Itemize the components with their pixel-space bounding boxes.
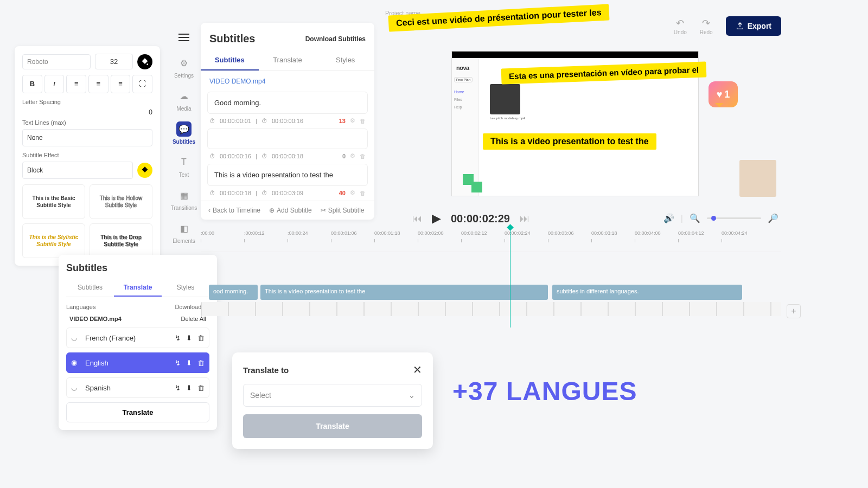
subtab-translate[interactable]: Translate <box>259 50 317 70</box>
paint-bucket-icon[interactable] <box>137 54 152 69</box>
delete-icon[interactable]: 🗑 <box>197 359 205 367</box>
timecode: 00:00:02:29 <box>451 213 510 225</box>
download-icon[interactable]: ⬇ <box>186 384 192 392</box>
timeline[interactable]: :00:00:00:00:12:00:00:2400:00:01:0600:00… <box>201 230 781 323</box>
zoom-in-icon[interactable]: 🔎 <box>768 213 778 223</box>
start-time[interactable]: 00:00:00:01 <box>220 118 251 124</box>
letter-spacing-value: 0 <box>149 108 152 116</box>
download-subtitles-link[interactable]: Download Subtitles <box>305 35 366 43</box>
char-count: 0 <box>342 153 346 159</box>
font-size-input[interactable]: 32 <box>95 54 133 69</box>
subtitle-clip[interactable]: This is a video presentation to test the <box>260 285 548 300</box>
gear-icon[interactable]: ⚙ <box>350 152 355 159</box>
subtitle-overlay-fr: Ceci est une vidéo de présentation pour … <box>388 4 609 31</box>
sidebar-label: Subtitles <box>173 139 195 145</box>
rename-icon[interactable]: ↯ <box>175 334 181 342</box>
gear-icon[interactable]: ⚙ <box>350 117 355 124</box>
sidebar-subtitles[interactable]: 💬Subtitles <box>170 121 197 145</box>
subtab-subtitles[interactable]: Subtitles <box>201 50 259 70</box>
lang-item-french[interactable]: ◡ French (France) ↯⬇🗑 <box>66 328 209 348</box>
subtitle-text[interactable]: This is a video presentation to test the <box>207 164 368 186</box>
skip-forward-icon[interactable]: ⏭ <box>520 213 529 224</box>
letter-spacing-label: Letter Spacing <box>22 99 152 105</box>
close-icon[interactable]: ✕ <box>413 363 422 376</box>
clock-icon: ⏱ <box>261 153 267 159</box>
trash-icon[interactable]: 🗑 <box>360 190 366 196</box>
volume-icon[interactable]: 🔊 <box>663 213 674 223</box>
align-right-button[interactable]: ≡ <box>111 75 131 93</box>
effect-color-icon[interactable] <box>137 163 152 178</box>
rename-icon[interactable]: ↯ <box>175 359 181 367</box>
timeline-ruler[interactable]: :00:00:00:00:12:00:00:2400:00:01:0600:00… <box>201 230 781 252</box>
delete-icon[interactable]: 🗑 <box>197 384 205 392</box>
skip-back-icon[interactable]: ⏮ <box>412 213 422 224</box>
subtitle-text[interactable] <box>207 129 368 149</box>
align-left-button[interactable]: ≡ <box>66 75 86 93</box>
bold-button[interactable]: B <box>22 75 42 93</box>
subtitle-filename[interactable]: VIDEO DEMO.mp4 <box>201 71 374 87</box>
add-track-button[interactable]: + <box>787 304 801 318</box>
back-to-timeline[interactable]: ‹ Back to Timeline <box>208 207 260 214</box>
italic-button[interactable]: I <box>44 75 65 93</box>
font-select[interactable]: Roboto <box>22 54 91 69</box>
char-count: 13 <box>339 118 346 124</box>
subtitle-track[interactable]: ood morning.This is a video presentation… <box>201 285 781 300</box>
trash-icon[interactable]: 🗑 <box>360 153 366 159</box>
visibility-icon[interactable]: ◉ <box>71 358 80 367</box>
translate-language-select[interactable]: Select ⌄ <box>243 384 422 407</box>
video-track[interactable] <box>201 302 781 316</box>
end-time[interactable]: 00:00:00:16 <box>272 118 303 124</box>
text-lines-select[interactable]: None <box>22 129 152 146</box>
start-time[interactable]: 00:00:00:18 <box>220 190 251 196</box>
translate-go-button[interactable]: Translate <box>243 414 422 438</box>
ruler-tick: 00:00:02:12 <box>461 230 487 236</box>
subtitle-effect-label: Subtitle Effect <box>22 152 152 158</box>
style-drop[interactable]: This is the Drop Subtitle Style <box>90 223 152 258</box>
translate-modal-title: Translate to <box>243 365 289 375</box>
style-hollow[interactable]: This is the Hollow Subtitle Style <box>90 184 152 219</box>
sidebar-settings[interactable]: ⚙Settings <box>170 55 197 79</box>
visibility-icon[interactable]: ◡ <box>71 333 80 342</box>
subtitle-item: ⏱00:00:00:16 | ⏱00:00:00:18 0 ⚙ 🗑 <box>207 129 368 159</box>
zoom-slider[interactable] <box>707 217 761 219</box>
subtitle-clip[interactable]: ood morning. <box>209 285 258 300</box>
video-black-bar <box>452 52 698 58</box>
sidebar-text[interactable]: TText <box>170 155 197 178</box>
gear-icon[interactable]: ⚙ <box>350 189 355 196</box>
expand-button[interactable]: ⛶ <box>132 75 152 93</box>
zoom-out-icon[interactable]: 🔍 <box>690 213 700 223</box>
lang-item-english[interactable]: ◉ English ↯⬇🗑 <box>66 352 209 373</box>
download-icon[interactable]: ⬇ <box>186 334 192 342</box>
tab-subtitles[interactable]: Subtitles <box>66 279 114 297</box>
translate-panel-title: Subtitles <box>66 262 209 274</box>
ruler-tick: 00:00:02:24 <box>505 230 531 236</box>
split-subtitle[interactable]: ✂ Split Subtitle <box>321 207 365 214</box>
translate-button[interactable]: Translate <box>66 402 209 422</box>
subtitle-text[interactable]: Good morning. <box>207 92 368 114</box>
style-stylistic[interactable]: This is the Stylistic Subtitle Style <box>22 223 85 258</box>
sidebar-transitions[interactable]: ▦Transitions <box>170 188 197 211</box>
end-time[interactable]: 00:00:00:18 <box>272 153 303 159</box>
tab-translate[interactable]: Translate <box>114 279 162 297</box>
lang-item-spanish[interactable]: ◡ Spanish ↯⬇🗑 <box>66 377 209 398</box>
subtitle-clip[interactable]: subtitles in different languages. <box>552 285 742 300</box>
trash-icon[interactable]: 🗑 <box>360 118 366 124</box>
play-button[interactable]: ▶ <box>432 211 441 226</box>
subtab-styles[interactable]: Styles <box>316 50 374 70</box>
download-icon[interactable]: ⬇ <box>186 359 192 367</box>
sidebar-elements[interactable]: ◧Elements <box>170 221 197 244</box>
split-label: Split Subtitle <box>328 207 365 214</box>
delete-icon[interactable]: 🗑 <box>197 334 205 342</box>
playhead[interactable] <box>510 227 510 328</box>
end-time[interactable]: 00:00:03:09 <box>272 190 303 196</box>
clock-icon: ⏱ <box>209 190 215 196</box>
add-subtitle[interactable]: ⊕ Add Subtitle <box>269 207 312 214</box>
menu-icon[interactable] <box>178 37 189 38</box>
rename-icon[interactable]: ↯ <box>175 384 181 392</box>
style-basic[interactable]: This is the Basic Subtitle Style <box>22 184 85 219</box>
align-center-button[interactable]: ≡ <box>88 75 108 93</box>
sidebar-media[interactable]: ☁Media <box>170 88 197 112</box>
subtitle-effect-select[interactable]: Block <box>22 162 133 179</box>
start-time[interactable]: 00:00:00:16 <box>220 153 251 159</box>
visibility-icon[interactable]: ◡ <box>71 383 80 392</box>
